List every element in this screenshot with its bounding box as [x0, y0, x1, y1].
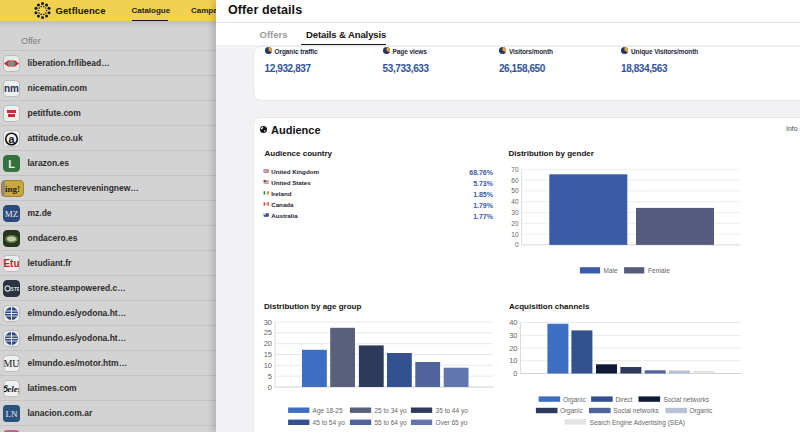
svg-text:10: 10	[264, 361, 272, 370]
svg-text:55 to 64 yo: 55 to 64 yo	[374, 419, 407, 427]
svg-text:30: 30	[511, 209, 519, 216]
svg-text:Organic: Organic	[560, 407, 584, 415]
svg-text:Over 65 yo: Over 65 yo	[436, 419, 468, 427]
svg-text:70: 70	[511, 166, 519, 173]
svg-text:United Kingdom: United Kingdom	[271, 168, 319, 175]
svg-text:30: 30	[509, 331, 517, 340]
svg-text:Search Engine Advertising (SEA: Search Engine Advertising (SEA)	[590, 419, 685, 427]
svg-text:60: 60	[511, 177, 519, 184]
svg-text:0: 0	[268, 383, 272, 392]
svg-text:Age 18-25: Age 18-25	[313, 407, 343, 415]
svg-text:68.76%: 68.76%	[469, 169, 494, 176]
svg-text:1.79%: 1.79%	[473, 202, 494, 209]
svg-text:Direct: Direct	[615, 396, 632, 403]
svg-text:STE: STE	[11, 286, 19, 292]
svg-text:15: 15	[264, 350, 272, 359]
svg-text:Australia: Australia	[271, 212, 298, 219]
svg-text:5.73%: 5.73%	[473, 180, 494, 187]
svg-text:Ireland: Ireland	[271, 190, 292, 197]
svg-text:a: a	[9, 132, 16, 144]
svg-text:40: 40	[509, 318, 517, 327]
svg-text:20: 20	[511, 220, 519, 227]
svg-text:10: 10	[509, 356, 517, 365]
svg-text:Organic: Organic	[690, 407, 714, 415]
svg-text:25 to 34 yo: 25 to 34 yo	[374, 407, 407, 415]
svg-text:Organic: Organic	[563, 396, 587, 404]
svg-text:20: 20	[509, 344, 517, 353]
svg-text:Male: Male	[604, 267, 618, 274]
svg-text:30: 30	[264, 318, 272, 327]
svg-text:20: 20	[264, 339, 272, 348]
svg-text:Canada: Canada	[271, 201, 294, 208]
svg-text:Social networks: Social networks	[663, 396, 709, 403]
svg-text:35 to 44 yo: 35 to 44 yo	[436, 407, 469, 415]
svg-text:Social networks: Social networks	[613, 407, 659, 414]
svg-text:5: 5	[268, 372, 272, 381]
svg-text:40: 40	[511, 198, 519, 205]
svg-text:Female: Female	[648, 267, 670, 274]
svg-text:45 to 54 yo: 45 to 54 yo	[313, 419, 346, 427]
svg-text:0: 0	[513, 369, 517, 378]
svg-text:United States: United States	[271, 179, 311, 186]
svg-text:50: 50	[511, 187, 519, 194]
svg-text:0: 0	[515, 241, 519, 248]
svg-text:1.85%: 1.85%	[473, 191, 494, 198]
svg-text:10: 10	[511, 231, 519, 238]
svg-text:1.77%: 1.77%	[473, 213, 494, 220]
svg-text:25: 25	[264, 328, 272, 337]
